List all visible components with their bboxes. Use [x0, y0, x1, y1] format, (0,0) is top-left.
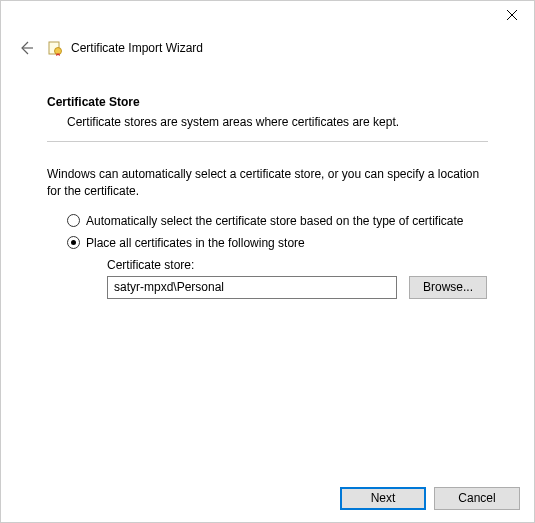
store-label: Certificate store:: [107, 258, 488, 272]
radio-icon: [67, 236, 80, 249]
titlebar: [1, 1, 534, 31]
radio-icon: [67, 214, 80, 227]
back-arrow-icon: [18, 40, 34, 56]
intro-text: Windows can automatically select a certi…: [47, 166, 488, 200]
back-button[interactable]: [15, 37, 37, 59]
header-row: Certificate Import Wizard: [1, 31, 534, 69]
radio-auto-select[interactable]: Automatically select the certificate sto…: [67, 214, 488, 228]
radio-group: Automatically select the certificate sto…: [67, 214, 488, 299]
certificate-store-input[interactable]: [107, 276, 397, 299]
svg-point-4: [55, 48, 62, 55]
cancel-button[interactable]: Cancel: [434, 487, 520, 510]
browse-button[interactable]: Browse...: [409, 276, 487, 299]
close-icon: [507, 10, 517, 20]
certificate-import-wizard-dialog: Certificate Import Wizard Certificate St…: [0, 0, 535, 523]
content-area: Certificate Store Certificate stores are…: [1, 69, 534, 474]
close-button[interactable]: [489, 1, 534, 29]
radio-auto-label: Automatically select the certificate sto…: [86, 214, 464, 228]
radio-place-label: Place all certificates in the following …: [86, 236, 305, 250]
store-row: Browse...: [107, 276, 488, 299]
next-button[interactable]: Next: [340, 487, 426, 510]
radio-place-all[interactable]: Place all certificates in the following …: [67, 236, 488, 250]
divider: [47, 141, 488, 142]
section-description: Certificate stores are system areas wher…: [67, 115, 488, 129]
section-title: Certificate Store: [47, 95, 488, 109]
certificate-icon: [47, 40, 63, 56]
footer: Next Cancel: [1, 474, 534, 522]
store-section: Certificate store: Browse...: [107, 258, 488, 299]
wizard-title: Certificate Import Wizard: [71, 41, 203, 55]
